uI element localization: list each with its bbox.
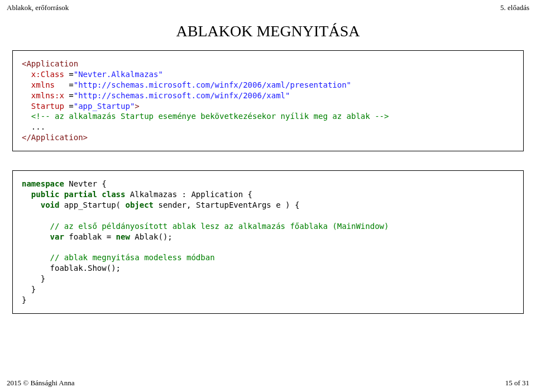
header-bar: Ablakok, erőforrások 5. előadás — [7, 3, 529, 12]
cs-show-call: foablak.Show(); — [22, 264, 121, 273]
cs-kw-var: var — [22, 232, 64, 241]
cs-kw-new: new — [116, 232, 130, 241]
code-xaml: <Application x:Class ="Nevter.Alkalmazas… — [22, 59, 514, 143]
xaml-ellipsis: ... — [22, 122, 45, 131]
xaml-val-startup: "app_Startup" — [74, 102, 135, 111]
header-left: Ablakok, erőforrások — [7, 3, 69, 12]
xaml-val-xmlns: "http://schemas.microsoft.com/winfx/2006… — [74, 80, 351, 89]
cs-kw-void: void — [22, 200, 59, 209]
xaml-comment: <!-- az alkalmazás Startup eseménye bekö… — [22, 112, 389, 121]
code-box-xaml: <Application x:Class ="Nevter.Alkalmazas… — [12, 50, 524, 151]
header-right: 5. előadás — [500, 3, 529, 12]
xaml-attr-xmlnsx: xmlns:x — [22, 91, 69, 100]
page-title: ABLAKOK MEGNYITÁSA — [7, 22, 529, 40]
cs-comment-1: // az első példányosított ablak lesz az … — [22, 222, 389, 231]
footer-bar: 2015 © Bánsághi Anna 15 of 31 — [7, 379, 529, 388]
footer-left: 2015 © Bánsághi Anna — [7, 379, 74, 388]
cs-comment-2: // ablak megnyitása modeless módban — [22, 253, 215, 262]
xaml-val-xmlnsx: "http://schemas.microsoft.com/winfx/2006… — [74, 91, 290, 100]
xaml-tag-open: <Application — [22, 59, 78, 68]
xaml-tag-close: </Application> — [22, 133, 88, 142]
xaml-attr-startup: Startup — [22, 102, 69, 111]
xaml-attr-class: x:Class — [22, 70, 69, 79]
cs-kw-object: object — [125, 200, 154, 209]
code-csharp: namespace Nevter { public partial class … — [22, 179, 514, 305]
code-box-csharp: namespace Nevter { public partial class … — [12, 170, 524, 314]
xaml-tag-open-close: > — [135, 102, 139, 111]
cs-kw-class: public partial class — [22, 190, 125, 199]
xaml-val-class: "Nevter.Alkalmazas" — [74, 70, 163, 79]
xaml-attr-xmlns: xmlns — [22, 80, 69, 89]
footer-right: 15 of 31 — [505, 379, 529, 388]
cs-kw-namespace: namespace — [22, 179, 64, 188]
